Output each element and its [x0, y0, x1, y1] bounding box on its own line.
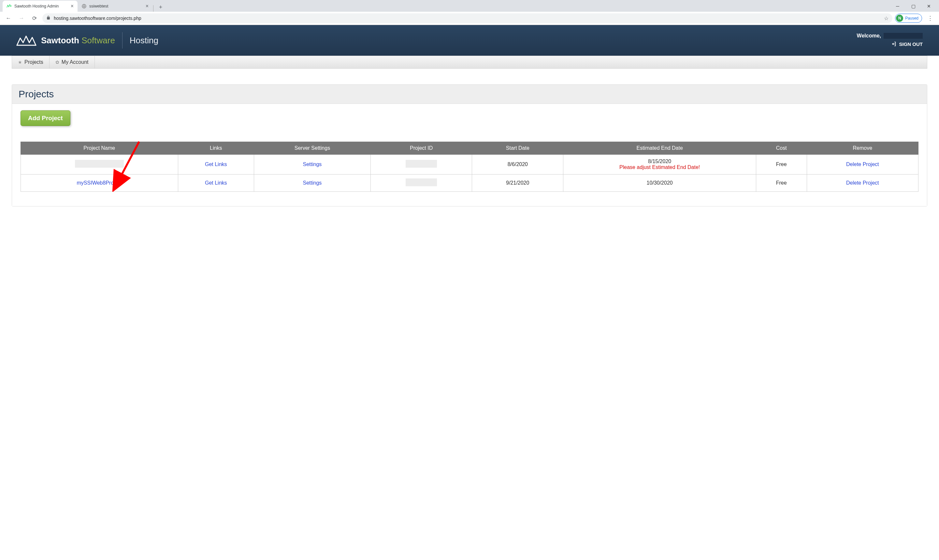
tab-title: Sawtooth Hosting Admin — [14, 4, 59, 8]
col-start-date: Start Date — [472, 142, 563, 155]
delete-project-link[interactable]: Delete Project — [846, 180, 879, 186]
projects-table: Project Name Links Server Settings Proje… — [20, 142, 919, 192]
nav-projects[interactable]: ★ Projects — [12, 56, 49, 68]
header-section: Hosting — [130, 35, 158, 46]
get-links-link[interactable]: Get Links — [205, 162, 227, 167]
redacted-id — [406, 178, 437, 186]
window-maximize[interactable]: ▢ — [906, 1, 921, 11]
sign-out-icon — [891, 42, 896, 46]
delete-project-link[interactable]: Delete Project — [846, 162, 879, 167]
tab-ssiwebtest[interactable]: ssiwebtest × — [77, 1, 153, 12]
col-server-settings: Server Settings — [254, 142, 370, 155]
settings-link[interactable]: Settings — [303, 180, 322, 186]
brand-block: Sawtooth Software — [16, 34, 115, 46]
site-header: Sawtooth Software Hosting Welcome, SIGN … — [0, 25, 939, 56]
tab-sawtooth-admin[interactable]: Sawtooth Hosting Admin × — [3, 1, 77, 12]
lock-icon — [46, 15, 51, 21]
brand-text: Sawtooth Software — [41, 35, 115, 46]
cell-end-date: 10/30/2020 — [563, 174, 756, 192]
cell-start-date: 8/6/2020 — [472, 155, 563, 174]
projects-panel: Projects Add Project Project Name Links … — [12, 84, 927, 206]
col-project-name: Project Name — [21, 142, 178, 155]
browser-menu-button[interactable]: ⋮ — [925, 15, 936, 22]
cell-end-date: 8/15/2020 Please adjust Estimated End Da… — [563, 155, 756, 174]
toolbar: ← → ⟳ hosting.sawtoothsoftware.com/proje… — [0, 12, 939, 25]
col-project-id: Project ID — [370, 142, 472, 155]
brand-secondary: Software — [82, 35, 115, 45]
reload-button[interactable]: ⟳ — [29, 13, 40, 23]
new-tab-button[interactable]: + — [156, 3, 165, 12]
add-project-button[interactable]: Add Project — [20, 110, 70, 126]
cell-project-id — [370, 155, 472, 174]
project-name-link[interactable]: mySSIWeb8Project — [77, 180, 122, 186]
favicon-sawtooth-icon — [6, 3, 12, 9]
nav-my-account[interactable]: ✿ My Account — [49, 56, 95, 68]
table-header-row: Project Name Links Server Settings Proje… — [21, 142, 919, 155]
col-cost: Cost — [756, 142, 807, 155]
back-button[interactable]: ← — [3, 13, 14, 23]
tab-close-icon[interactable]: × — [146, 3, 149, 9]
page-title: Projects — [12, 85, 927, 104]
bookmark-star-icon[interactable]: ☆ — [884, 15, 888, 22]
cell-project-name — [21, 155, 178, 174]
end-date-value: 8/15/2020 — [567, 158, 752, 165]
col-end-date: Estimated End Date — [563, 142, 756, 155]
end-date-warning: Please adjust Estimated End Date! — [567, 165, 752, 170]
profile-avatar: N — [896, 15, 903, 22]
favicon-globe-icon — [82, 3, 87, 9]
cell-cost: Free — [756, 155, 807, 174]
tab-close-icon[interactable]: × — [71, 3, 74, 9]
table-row: Get Links Settings 8/6/2020 8/15/2020 Pl… — [21, 155, 919, 174]
window-close[interactable]: ✕ — [921, 1, 936, 11]
cell-project-id — [370, 174, 472, 192]
cell-start-date: 9/21/2020 — [472, 174, 563, 192]
sign-out-link[interactable]: SIGN OUT — [891, 42, 923, 47]
welcome-block: Welcome, SIGN OUT — [857, 33, 923, 48]
star-icon: ★ — [18, 60, 22, 65]
sign-out-label: SIGN OUT — [899, 42, 923, 47]
col-links: Links — [178, 142, 254, 155]
settings-link[interactable]: Settings — [303, 162, 322, 167]
nav-projects-label: Projects — [25, 59, 43, 65]
nav-my-account-label: My Account — [62, 59, 89, 65]
col-remove: Remove — [807, 142, 919, 155]
brand-primary: Sawtooth — [41, 35, 79, 45]
window-controls: ─ ▢ ✕ — [890, 1, 936, 11]
profile-button[interactable]: N Paused — [895, 14, 922, 23]
profile-status: Paused — [905, 16, 919, 20]
url-text: hosting.sawtoothsoftware.com/projects.ph… — [54, 15, 141, 21]
get-links-link[interactable]: Get Links — [205, 180, 227, 186]
window-minimize[interactable]: ─ — [890, 1, 905, 11]
cell-cost: Free — [756, 174, 807, 192]
table-row: mySSIWeb8Project Get Links Settings 9/21… — [21, 174, 919, 192]
forward-button[interactable]: → — [16, 13, 27, 23]
browser-chrome: ─ ▢ ✕ Sawtooth Hosting Admin × ssiwebtes… — [0, 0, 939, 25]
address-bar[interactable]: hosting.sawtoothsoftware.com/projects.ph… — [42, 13, 893, 23]
redacted-id — [406, 160, 437, 168]
tab-strip: Sawtooth Hosting Admin × ssiwebtest × + — [0, 0, 939, 12]
redacted-name — [75, 160, 124, 168]
welcome-label: Welcome, — [857, 33, 881, 39]
tab-title: ssiwebtest — [89, 4, 108, 8]
main-nav: ★ Projects ✿ My Account — [12, 56, 927, 69]
sawtooth-logo-icon — [16, 34, 37, 46]
username-redacted — [883, 33, 923, 39]
gear-icon: ✿ — [56, 60, 59, 65]
